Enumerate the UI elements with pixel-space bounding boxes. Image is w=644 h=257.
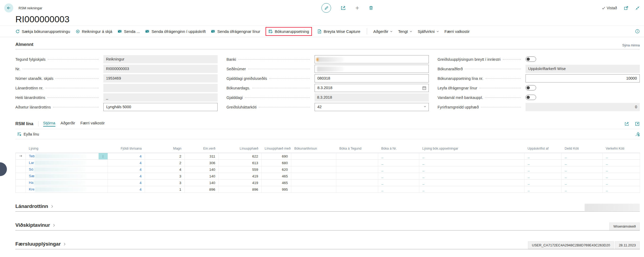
cell-project_code[interactable]: _ bbox=[603, 173, 640, 180]
cell-approved_by[interactable]: _ bbox=[524, 160, 562, 166]
cell-dept_code[interactable]: _ bbox=[562, 186, 603, 193]
cell-post_no[interactable]: _ bbox=[378, 160, 419, 166]
cell-posting_ref[interactable] bbox=[291, 180, 336, 186]
expand-lines-icon[interactable] bbox=[635, 121, 640, 126]
cell-project_code[interactable]: _ bbox=[603, 186, 640, 193]
cell-desc[interactable]: Só bbox=[26, 166, 108, 173]
column-header-desc[interactable]: Lýsing bbox=[26, 146, 108, 153]
cell-post_no[interactable]: _ bbox=[378, 166, 419, 173]
command-b-kunaruppsetning[interactable]: Bókunaruppsetning bbox=[266, 27, 312, 36]
show-less-link[interactable]: Sýna minna bbox=[622, 43, 640, 47]
cell-post_no[interactable]: _ bbox=[378, 180, 419, 186]
column-header-post_no[interactable]: Bóka á Nr. bbox=[378, 146, 419, 153]
cell-post_type[interactable] bbox=[336, 160, 378, 166]
field-input[interactable]: Lyngháls 5000 bbox=[103, 103, 218, 111]
cell-posting_ref[interactable] bbox=[291, 173, 336, 180]
command-senda-fr-gengnar-l-nur[interactable]: Senda ófrágengnar línur bbox=[211, 29, 260, 34]
calendar-icon[interactable] bbox=[422, 86, 426, 90]
line-tab-f-rri-valkostir[interactable]: Færri valkostir bbox=[80, 121, 105, 127]
cell-qty[interactable]: 3 bbox=[145, 173, 185, 180]
share-lines-icon[interactable] bbox=[624, 121, 629, 126]
cell-line_amount_vat[interactable]: 680 bbox=[262, 160, 291, 166]
row-selector-cell[interactable] bbox=[16, 173, 26, 180]
column-header-line_amount[interactable]: Línuupphæð bbox=[219, 146, 262, 153]
section-title-vi-skiptavinur[interactable]: Viðskiptavinur bbox=[15, 222, 56, 230]
column-header-dept_code[interactable]: Deild Kóti bbox=[562, 146, 603, 153]
menu-a-ger-ir[interactable]: Aðgerðir bbox=[373, 29, 393, 34]
cell-posting_ref[interactable] bbox=[291, 166, 336, 173]
cell-dept_code[interactable]: _ bbox=[562, 180, 603, 186]
cell-post_type[interactable] bbox=[336, 180, 378, 186]
share-button[interactable] bbox=[341, 5, 346, 11]
more-options-link[interactable]: Færri valkostir bbox=[444, 29, 470, 34]
command-senda-fr-genginn-upp-skrift[interactable]: Senda ófrágenginn í uppáskrift bbox=[145, 29, 206, 34]
cell-qty[interactable]: 4 bbox=[145, 166, 185, 173]
cell-project_code[interactable]: _ bbox=[603, 160, 640, 166]
cell-refs[interactable]: 4 bbox=[108, 166, 145, 173]
general-heading[interactable]: Almennt bbox=[15, 42, 33, 47]
cell-project_code[interactable]: _ bbox=[603, 166, 640, 173]
cell-dept_code[interactable]: _ bbox=[562, 160, 603, 166]
cell-dept_code[interactable]: _ bbox=[562, 173, 603, 180]
cell-qty[interactable]: 1 bbox=[145, 186, 185, 193]
cell-dept_code[interactable]: _ bbox=[562, 153, 603, 160]
row-selector-cell[interactable] bbox=[16, 153, 26, 160]
cell-post_type[interactable] bbox=[336, 186, 378, 193]
cell-unit_price[interactable]: 140 bbox=[185, 166, 219, 173]
command-s-kja-b-kunaruppsetningu[interactable]: Sækja bókunaruppsetningu bbox=[15, 29, 70, 34]
unpin-icon[interactable] bbox=[635, 132, 640, 136]
back-button[interactable] bbox=[4, 3, 13, 12]
cell-setup_desc[interactable]: _ bbox=[419, 160, 524, 166]
cell-post_type[interactable] bbox=[336, 166, 378, 173]
cell-line_amount[interactable]: 896 bbox=[219, 186, 262, 193]
field-input[interactable]: 42 bbox=[315, 103, 429, 111]
cell-unit_price[interactable]: 306 bbox=[185, 160, 219, 166]
cell-unit_price[interactable]: 140 bbox=[185, 180, 219, 186]
cell-approved_by[interactable]: _ bbox=[524, 173, 562, 180]
field-input[interactable] bbox=[315, 65, 429, 73]
column-header-project_code[interactable]: Verkefni Kóti bbox=[603, 146, 640, 153]
command-breyta-wise-capture[interactable]: Breyta Wise Capture bbox=[317, 29, 360, 34]
cell-menu-handle[interactable]: ⋮ bbox=[99, 153, 108, 160]
collapse-page-icon[interactable] bbox=[635, 6, 640, 10]
cell-line_amount[interactable]: 419 bbox=[219, 180, 262, 186]
cell-approved_by[interactable]: _ bbox=[524, 166, 562, 173]
menu-sj-lfvirkni[interactable]: Sjálfvirkni bbox=[418, 29, 439, 34]
cell-line_amount[interactable]: 419 bbox=[219, 173, 262, 180]
cell-approved_by[interactable]: _ bbox=[524, 186, 562, 193]
cell-refs[interactable]: 4 bbox=[108, 186, 145, 193]
cell-unit_price[interactable]: 140 bbox=[185, 173, 219, 180]
field-input[interactable]: 10000 bbox=[526, 74, 640, 82]
cell-approved_by[interactable]: _ bbox=[524, 153, 562, 160]
cell-qty[interactable]: 2 bbox=[145, 160, 185, 166]
cell-desc[interactable]: Sæ bbox=[26, 173, 108, 180]
column-header-sel[interactable] bbox=[16, 146, 26, 153]
column-header-approved_by[interactable]: Uppáskrifist af bbox=[524, 146, 562, 153]
cell-qty[interactable]: 2 bbox=[145, 153, 185, 160]
toggle-grei-sluuppl-singum-breytt-innlestri[interactable] bbox=[526, 56, 536, 62]
cell-desc[interactable]: Ha bbox=[26, 180, 108, 186]
column-header-refs[interactable]: Fjöldi tilvísana bbox=[108, 146, 145, 153]
cell-post_no[interactable]: _ bbox=[378, 186, 419, 193]
field-input[interactable]: 8.3.2018 bbox=[315, 84, 429, 92]
cell-dept_code[interactable]: _ bbox=[562, 166, 603, 173]
chevron-down-icon[interactable] bbox=[424, 105, 426, 108]
cell-refs[interactable]: 4 bbox=[108, 180, 145, 186]
cell-line_amount_vat[interactable]: 620 bbox=[262, 166, 291, 173]
cell-desc[interactable]: Lar bbox=[26, 160, 108, 166]
breadcrumb[interactable]: RSM reikningar bbox=[19, 6, 42, 10]
cell-desc[interactable]: Teb⋮ bbox=[26, 153, 108, 160]
command-senda[interactable]: Senda ... bbox=[118, 29, 140, 34]
column-header-line_amount_vat[interactable]: Línuupphæð með VSK bbox=[262, 146, 291, 153]
cell-post_type[interactable] bbox=[336, 173, 378, 180]
cell-line_amount_vat[interactable]: 690 bbox=[262, 153, 291, 160]
cell-approved_by[interactable]: _ bbox=[524, 180, 562, 186]
column-header-setup_desc[interactable]: Lýsing bók.uppsetningar bbox=[419, 146, 524, 153]
cell-project_code[interactable]: _ bbox=[603, 153, 640, 160]
menu-tengt[interactable]: Tengt bbox=[398, 29, 412, 34]
cell-post_no[interactable]: _ bbox=[378, 153, 419, 160]
edit-button[interactable] bbox=[321, 3, 331, 13]
row-selector-cell[interactable] bbox=[16, 186, 26, 193]
info-icon[interactable] bbox=[635, 29, 640, 34]
cell-post_no[interactable]: _ bbox=[378, 173, 419, 180]
